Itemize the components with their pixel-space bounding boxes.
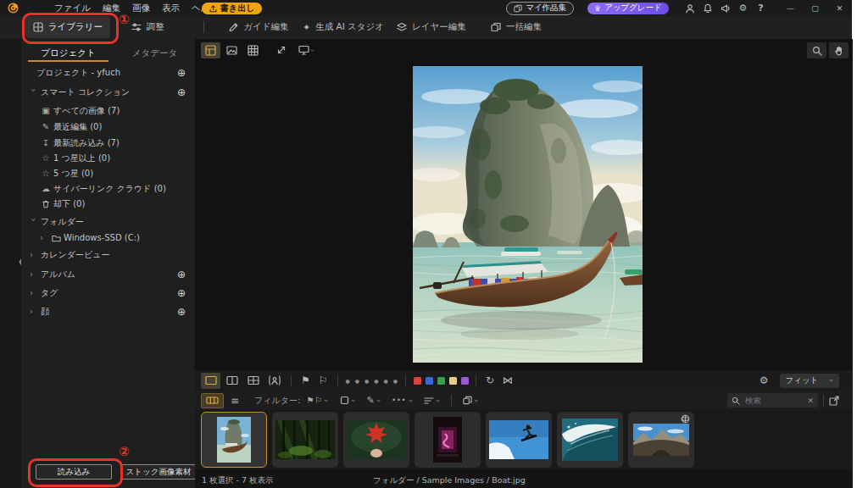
color-label-green[interactable] <box>437 377 445 385</box>
single-image-view-button[interactable] <box>222 42 242 58</box>
upgrade-button[interactable]: ♛ アップグレード <box>587 3 669 14</box>
flip-icon[interactable]: ⋈ <box>503 374 513 386</box>
sidebar-item-latest-import[interactable]: ↧ 最新読み込み (7) <box>21 135 214 151</box>
thumbnail-red-leaf[interactable] <box>343 412 409 468</box>
sidebar-item-all-photos[interactable]: ▣ すべての画像 (7) <box>21 103 214 119</box>
rating-dot-2[interactable]: ● <box>355 378 359 384</box>
sidebar-item-rejected[interactable]: 却下 (0) <box>21 196 214 212</box>
thumbnail-forest[interactable] <box>272 412 338 468</box>
flag-reject-icon[interactable]: ⚐ <box>319 374 328 386</box>
chevron-down-icon[interactable]: › <box>29 89 38 96</box>
library-view-button[interactable] <box>201 42 220 58</box>
color-label-purple[interactable] <box>461 377 469 385</box>
face-tag-view-button[interactable] <box>264 373 284 389</box>
stack-dropdown[interactable]: › <box>463 396 478 405</box>
pan-hand-button[interactable] <box>829 42 849 58</box>
sidebar-item-cyberlink-cloud[interactable]: ☁ サイバーリンク クラウド (0) <box>21 180 214 197</box>
add-tag-button[interactable]: ⊕ <box>177 285 186 301</box>
zoom-search-button[interactable] <box>807 42 826 58</box>
add-face-button[interactable]: ⊕ <box>177 303 186 319</box>
compare-view-button[interactable] <box>222 373 242 389</box>
sort-dropdown[interactable]: › <box>424 396 440 405</box>
menu-file[interactable]: ファイル <box>54 3 91 14</box>
multi-view-button[interactable] <box>243 373 263 389</box>
sidebar-item-five-star[interactable]: ☆ 5 つ星 (0) <box>21 165 214 181</box>
rating-dot-6[interactable]: ● <box>393 378 398 384</box>
chevron-right-icon[interactable]: › <box>40 233 47 242</box>
announcements-icon[interactable] <box>716 3 734 14</box>
help-icon[interactable]: ? <box>752 3 770 14</box>
tab-batch-edit[interactable]: 一括編集 <box>483 16 549 38</box>
single-view-button[interactable] <box>201 373 220 389</box>
sidebar-item-recently-edited[interactable]: ✎ 最近編集 (0) <box>21 119 214 135</box>
filter-more-dropdown[interactable]: ••• › <box>392 396 412 405</box>
thumbnail-neon-sign[interactable] <box>415 412 481 468</box>
search-input[interactable] <box>743 395 804 406</box>
color-label-blue[interactable] <box>426 377 433 385</box>
thumbnail-boat[interactable] <box>201 412 267 468</box>
open-in-new-window-icon[interactable] <box>829 396 839 406</box>
sidebar-item-smart-collection[interactable]: › スマート コレクション <box>21 84 203 100</box>
menu-view[interactable]: 表示 <box>162 3 180 14</box>
menu-image[interactable]: 画像 <box>132 3 150 14</box>
rotate-icon[interactable]: ↻ <box>486 374 494 386</box>
settings-gear-icon[interactable]: ⚙ <box>734 3 752 14</box>
tab-library[interactable]: ライブラリー <box>25 16 110 38</box>
thumbnail-snowboarder[interactable] <box>486 412 552 468</box>
folder-icon <box>50 234 62 242</box>
main-photo-boat[interactable] <box>413 66 643 363</box>
chevron-right-icon[interactable]: › <box>30 288 36 297</box>
menu-edit[interactable]: 編集 <box>103 3 120 14</box>
tab-layer-edit[interactable]: レイヤー編集 <box>395 16 468 38</box>
account-icon[interactable] <box>681 3 698 14</box>
fullscreen-expand-button[interactable] <box>271 42 291 58</box>
tab-generative-ai-studio[interactable]: ✦ 生成 AI スタジオ <box>302 16 385 38</box>
sidebar-tab-project[interactable]: プロジェクト <box>28 45 108 62</box>
sidebar-item-folders[interactable]: › フォルダー <box>21 214 203 230</box>
minimize-button[interactable]: — <box>778 4 803 13</box>
thumbnail-ocean-wave[interactable] <box>557 412 623 468</box>
secondary-monitor-button[interactable]: › <box>292 42 320 58</box>
rating-dot-5[interactable]: ● <box>384 378 388 384</box>
sidebar-tab-metadata[interactable]: メタデータ <box>114 45 195 60</box>
add-album-button[interactable]: ⊕ <box>177 266 186 282</box>
add-smart-collection-button[interactable]: ⊕ <box>177 84 186 100</box>
zoom-fit-dropdown[interactable]: フィット › <box>780 374 840 388</box>
sidebar-item-calendar-view[interactable]: › カレンダービュー <box>21 247 203 263</box>
rating-dot-3[interactable]: ● <box>364 378 369 384</box>
tab-adjust[interactable]: 調整 <box>125 16 170 38</box>
notifications-bell-icon[interactable] <box>698 3 716 14</box>
rating-dot-1[interactable]: ● <box>346 378 350 384</box>
close-button[interactable]: ✕ <box>827 4 852 13</box>
import-button[interactable]: 読み込み <box>36 464 112 480</box>
filter-flags-dropdown[interactable]: ⚑ ⚐ › <box>306 396 328 405</box>
filter-edited-dropdown[interactable]: ✎ › <box>367 395 381 406</box>
add-project-button[interactable]: ⊕ <box>177 64 186 80</box>
chevron-right-icon[interactable]: › <box>30 250 36 259</box>
search-box[interactable]: ✕ <box>727 393 818 408</box>
chevron-right-icon[interactable]: › <box>30 307 36 316</box>
rating-dot-4[interactable]: ● <box>374 378 378 384</box>
my-works-button[interactable]: マイ作品集 <box>506 2 574 15</box>
thumbnail-view-button[interactable] <box>201 393 224 408</box>
maximize-button[interactable]: ▢ <box>803 4 827 13</box>
grid-view-button[interactable] <box>243 42 263 58</box>
list-view-button[interactable]: ≡ <box>226 394 243 408</box>
sidebar-item-faces[interactable]: › 顔 <box>21 303 203 319</box>
chevron-right-icon[interactable]: › <box>30 269 36 279</box>
tab-guided-edit[interactable]: ガイド編集 <box>223 16 294 38</box>
color-label-tan[interactable] <box>449 377 457 385</box>
filter-color-label-dropdown[interactable]: › <box>340 396 355 405</box>
chevron-down-icon[interactable]: › <box>29 219 38 225</box>
sidebar-item-drive-windows-ssd[interactable]: › Windows-SSD (C:) <box>21 230 214 246</box>
thumbnail-360-panorama[interactable] <box>628 412 694 468</box>
export-button[interactable]: 書き出し <box>202 3 262 14</box>
sidebar-item-tags[interactable]: › タグ <box>21 285 203 301</box>
clear-search-icon[interactable]: ✕ <box>807 396 814 405</box>
viewer-settings-gear-icon[interactable]: ⚙ <box>760 374 769 386</box>
sidebar-item-one-star-plus[interactable]: ☆ 1 つ星以上 (0) <box>21 150 214 166</box>
sidebar-item-albums[interactable]: › アルバム <box>21 266 203 282</box>
color-label-red[interactable] <box>414 377 421 385</box>
flag-pick-icon[interactable]: ⚑ <box>301 374 310 386</box>
stock-images-button[interactable]: ストック画像素材 <box>121 464 196 480</box>
